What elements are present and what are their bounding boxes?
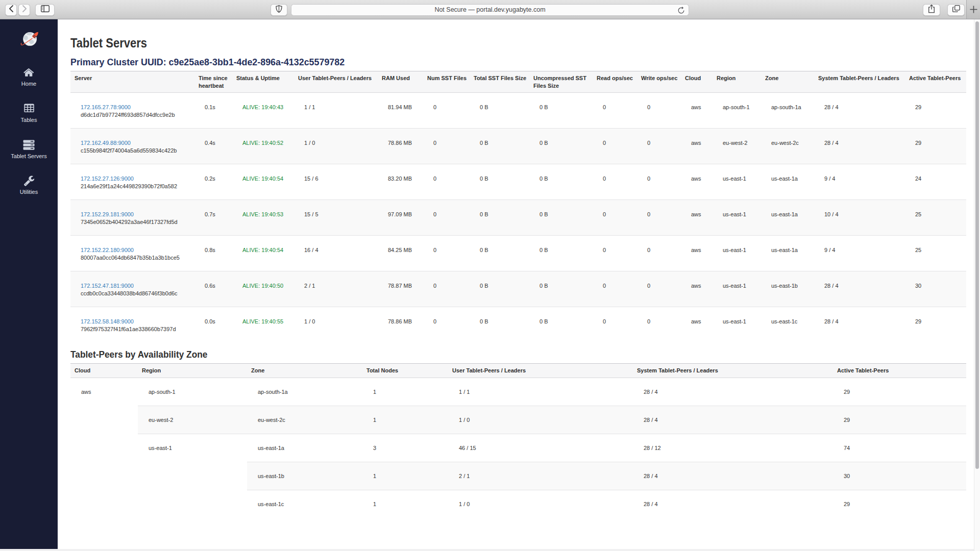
cell-total-nodes: 3 bbox=[362, 434, 448, 462]
cell-status: ALIVE: 19:40:54 bbox=[232, 236, 294, 271]
cell-status: ALIVE: 19:40:54 bbox=[232, 164, 294, 200]
forward-button[interactable] bbox=[18, 4, 30, 16]
server-row: 172.162.49.88:9000c155b984f2f74004a5a6d5… bbox=[70, 129, 966, 164]
cell-active-peers: 29 bbox=[833, 490, 966, 518]
cell-active-peers: 25 bbox=[905, 236, 966, 271]
reload-button[interactable] bbox=[677, 7, 685, 14]
sidebar-item-tables[interactable]: Tables bbox=[0, 95, 58, 131]
column-header-text: Zone bbox=[765, 75, 778, 81]
cell-system-peers: 28 / 4 bbox=[814, 129, 905, 164]
cell-write-ops: 0 bbox=[637, 307, 681, 343]
cell-sst-size: 0 B bbox=[470, 236, 529, 271]
cell-heartbeat: 0.1s bbox=[194, 93, 232, 129]
cell-server: 172.152.47.181:9000ccdb0c0ca33448038b4d8… bbox=[70, 271, 194, 307]
table-header-row: CloudRegionZoneTotal NodesUser Tablet-Pe… bbox=[70, 364, 966, 378]
sidebar-item-utilities[interactable]: Utilities bbox=[0, 167, 58, 204]
column-header: Time sinceheartbeat bbox=[194, 71, 232, 93]
sidebar-toggle-button[interactable] bbox=[35, 4, 55, 16]
tabs-icon bbox=[952, 5, 960, 14]
column-header: Region bbox=[138, 364, 247, 378]
cell-active-peers: 29 bbox=[905, 93, 966, 129]
cell-user-peers: 2 / 1 bbox=[294, 271, 378, 307]
cell-user-peers: 1 / 0 bbox=[294, 307, 378, 343]
cell-num-sst: 0 bbox=[423, 200, 470, 236]
server-link[interactable]: 172.162.49.88:9000 bbox=[81, 140, 131, 146]
server-row: 172.152.29.181:90007345e0652b404292a3ae4… bbox=[70, 200, 966, 236]
scrollbar-thumb[interactable] bbox=[975, 21, 979, 469]
cell-active-peers: 29 bbox=[905, 307, 966, 343]
web-page: HomeTablesTablet ServersUtilities Tablet… bbox=[0, 19, 980, 551]
server-uuid: 7345e0652b404292a3ae46f17327fd5d bbox=[81, 219, 178, 225]
cell-user-peers: 1 / 0 bbox=[448, 490, 633, 518]
yugabyte-logo-icon[interactable] bbox=[18, 28, 41, 49]
home-icon bbox=[23, 66, 35, 79]
cell-sst-uncompressed: 0 B bbox=[529, 93, 593, 129]
cell-sst-uncompressed: 0 B bbox=[529, 271, 593, 307]
cell-server: 172.152.27.126:9000214a6e29f1a24c4498293… bbox=[70, 164, 194, 200]
column-header-text: Uncompressed SST bbox=[533, 75, 586, 81]
server-uuid: c155b984f2f74004a5a6d559834c422b bbox=[81, 147, 177, 154]
cell-heartbeat: 0.6s bbox=[194, 271, 232, 307]
column-header-text: Status & Uptime bbox=[236, 75, 280, 81]
new-tab-button[interactable] bbox=[966, 0, 980, 19]
sidebar-item-home[interactable]: Home bbox=[0, 59, 58, 95]
sidebar-nav: HomeTablesTablet ServersUtilities bbox=[0, 59, 58, 204]
share-button[interactable] bbox=[923, 4, 940, 16]
cell-active-peers: 30 bbox=[905, 271, 966, 307]
cell-zone: us-east-1a bbox=[761, 164, 814, 200]
cell-system-peers: 28 / 4 bbox=[633, 490, 833, 518]
cell-system-peers: 28 / 4 bbox=[814, 93, 905, 129]
column-header: User Tablet-Peers / Leaders bbox=[448, 364, 633, 378]
cell-system-peers: 28 / 4 bbox=[633, 462, 833, 490]
server-link[interactable]: 172.152.22.180:9000 bbox=[81, 247, 134, 253]
server-link[interactable]: 172.152.58.148:9000 bbox=[81, 318, 134, 324]
cell-user-peers: 1 / 1 bbox=[448, 378, 633, 406]
column-header: Region bbox=[713, 71, 761, 93]
cell-zone: eu-west-2c bbox=[761, 129, 814, 164]
cell-sst-uncompressed: 0 B bbox=[529, 129, 593, 164]
column-header-text: Files Size bbox=[533, 83, 559, 89]
sidebar-item-tablet-servers[interactable]: Tablet Servers bbox=[0, 131, 58, 167]
plus-icon bbox=[969, 5, 978, 14]
az-row: eu-west-2eu-west-2c11 / 028 / 429 bbox=[70, 406, 966, 434]
cell-server: 172.152.58.148:90007962f975327f41f6a1ae3… bbox=[70, 307, 194, 343]
scrollbar[interactable] bbox=[974, 19, 980, 551]
cell-heartbeat: 0.7s bbox=[194, 200, 232, 236]
column-header: User Tablet-Peers / Leaders bbox=[294, 71, 378, 93]
cell-system-peers: 9 / 4 bbox=[814, 164, 905, 200]
cell-sst-size: 0 B bbox=[470, 129, 529, 164]
cell-system-peers: 28 / 4 bbox=[814, 307, 905, 343]
column-header: Server bbox=[70, 71, 194, 93]
back-button[interactable] bbox=[5, 4, 17, 16]
column-header: Status & Uptime bbox=[232, 71, 294, 93]
cell-system-peers: 28 / 12 bbox=[633, 434, 833, 462]
server-icon bbox=[23, 139, 35, 151]
cell-ram: 83.20 MB bbox=[378, 164, 423, 200]
column-header-text: Num SST Files bbox=[427, 75, 467, 81]
server-row: 172.152.27.126:9000214a6e29f1a24c4498293… bbox=[70, 164, 966, 200]
cell-num-sst: 0 bbox=[423, 307, 470, 343]
server-link[interactable]: 172.152.27.126:9000 bbox=[81, 176, 134, 182]
cell-zone: ap-south-1a bbox=[761, 93, 814, 129]
server-link[interactable]: 172.152.47.181:9000 bbox=[81, 283, 134, 289]
server-link[interactable]: 172.152.29.181:9000 bbox=[81, 211, 134, 217]
privacy-shield-button[interactable] bbox=[271, 4, 287, 16]
server-link[interactable]: 172.165.27.78:9000 bbox=[81, 104, 131, 110]
address-bar[interactable]: Not Secure — portal.dev.yugabyte.com bbox=[291, 4, 689, 16]
cell-total-nodes: 1 bbox=[362, 406, 448, 434]
cell-cloud: aws bbox=[681, 271, 713, 307]
server-row: 172.165.27.78:9000d6dc1d7b97724ff693d857… bbox=[70, 93, 966, 129]
cell-heartbeat: 0.8s bbox=[194, 236, 232, 271]
az-table: CloudRegionZoneTotal NodesUser Tablet-Pe… bbox=[70, 363, 966, 518]
cell-active-peers: 29 bbox=[833, 378, 966, 406]
cell-region: us-east-1 bbox=[713, 271, 761, 307]
server-uuid: 7962f975327f41f6a1ae338660b7397d bbox=[81, 326, 176, 332]
cell-write-ops: 0 bbox=[637, 129, 681, 164]
cell-user-peers: 15 / 6 bbox=[294, 164, 378, 200]
cell-num-sst: 0 bbox=[423, 93, 470, 129]
shield-icon bbox=[276, 5, 282, 15]
cell-zone: us-east-1a bbox=[761, 236, 814, 271]
cell-system-peers: 28 / 4 bbox=[814, 271, 905, 307]
tab-overview-button[interactable] bbox=[947, 4, 965, 16]
column-header: Total Nodes bbox=[362, 364, 448, 378]
